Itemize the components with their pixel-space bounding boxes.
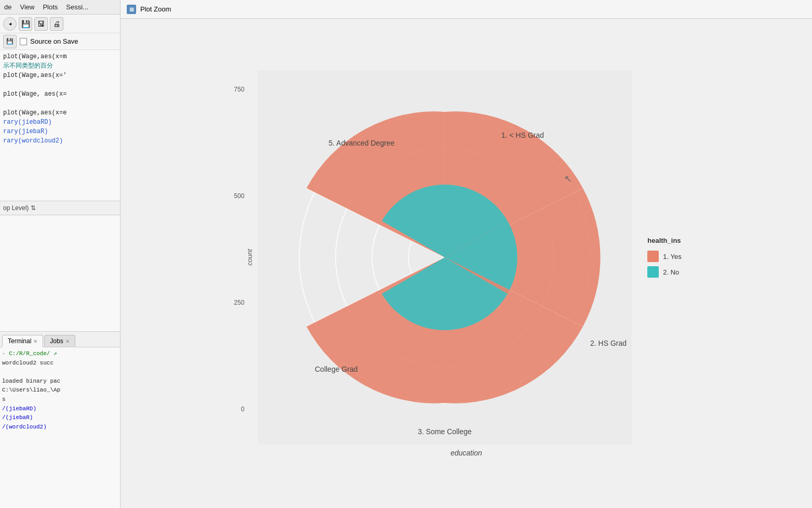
print-button[interactable]: 🖨 xyxy=(50,17,63,31)
svg-text:1. < HS Grad: 1. < HS Grad xyxy=(501,131,544,139)
source-save-btn[interactable]: 💾 xyxy=(3,35,17,48)
svg-text:College Grad: College Grad xyxy=(315,365,358,373)
top-level-label: op Level) ⇅ xyxy=(3,204,36,212)
terminal-content: · C:/R/R_code/ ↗ wordcloud2 succ loaded … xyxy=(0,347,121,434)
y-tick-750: 750 xyxy=(234,86,244,93)
source-on-save-bar: 💾 Source on Save xyxy=(0,33,120,50)
svg-text:3. Some College: 3. Some College xyxy=(418,427,472,436)
term-line-3 xyxy=(2,368,118,377)
y-tick-0: 0 xyxy=(241,406,245,413)
legend-item-yes: 1. Yes xyxy=(647,251,681,262)
source-on-save-label: Source on Save xyxy=(30,37,78,45)
legend-color-no xyxy=(647,266,659,278)
plot-zoom-header: ▦ Plot Zoom xyxy=(121,0,812,19)
tab-terminal-close[interactable]: ✕ xyxy=(33,338,37,344)
term-line-1: · C:/R/R_code/ ↗ xyxy=(2,349,118,359)
svg-text:↖: ↖ xyxy=(564,174,572,184)
code-line-6 xyxy=(1,99,119,108)
y-tick-250: 250 xyxy=(234,299,244,306)
code-line-3: plot(Wage,aes(x=' xyxy=(1,71,119,80)
main-area: ▦ Plot Zoom count 750 500 250 0 xyxy=(121,0,812,508)
tab-jobs[interactable]: Jobs ✕ xyxy=(44,335,75,347)
plot-zoom-icon: ▦ xyxy=(127,5,136,14)
term-line-4: loaded binary pac xyxy=(2,377,118,386)
legend-item-no: 2. No xyxy=(647,266,681,278)
tab-terminal[interactable]: Terminal ✕ xyxy=(2,335,43,347)
save-button[interactable]: 💾 xyxy=(19,17,32,31)
menu-item-view[interactable]: View xyxy=(18,2,36,12)
code-line-5: plot(Wage, aes(x= xyxy=(1,89,119,99)
term-line-9: /(wordcloud2) xyxy=(2,423,118,432)
code-line-4 xyxy=(1,80,119,89)
legend-color-yes xyxy=(647,251,659,262)
menu-item-code[interactable]: de xyxy=(2,2,14,12)
y-axis-label: count xyxy=(246,249,254,266)
save-as-button[interactable]: 🖫 xyxy=(34,17,48,31)
term-line-2: wordcloud2 succ xyxy=(2,359,118,368)
svg-text:2. HS Grad: 2. HS Grad xyxy=(590,339,627,347)
svg-text:5. Advanced Degree: 5. Advanced Degree xyxy=(329,139,395,147)
legend-label-no: 2. No xyxy=(663,268,679,276)
plot-area: count 750 500 250 0 xyxy=(121,19,812,508)
polar-chart: 1. < HS Grad 2. HS Grad 3. Some College … xyxy=(258,70,632,445)
menu-item-session[interactable]: Sessi... xyxy=(64,2,90,12)
term-line-6: s xyxy=(2,395,118,405)
top-level-bar: op Level) ⇅ xyxy=(0,201,120,215)
term-line-5: C:\Users\liao_\Ap xyxy=(2,386,118,395)
code-line-10: rary(wordcloud2) xyxy=(1,136,119,146)
tab-bar: Terminal ✕ Jobs ✕ xyxy=(0,332,121,347)
editor-toolbar: ◂ 💾 🖫 🖨 xyxy=(0,15,120,33)
legend-label-yes: 1. Yes xyxy=(663,253,681,260)
term-line-8: /(jiebaR) xyxy=(2,413,118,423)
code-line-7: plot(Wage,aes(x=e xyxy=(1,108,119,118)
source-on-save-checkbox[interactable] xyxy=(20,38,27,45)
legend-title: health_ins xyxy=(647,237,681,244)
term-line-7: /(jiebaRD) xyxy=(2,405,118,414)
bottom-panel: Terminal ✕ Jobs ✕ · C:/R/R_code/ ↗ wordc… xyxy=(0,331,121,508)
tab-jobs-close[interactable]: ✕ xyxy=(65,338,70,344)
code-line-9: rary(jiebaR) xyxy=(1,127,119,136)
code-editor[interactable]: plot(Wage,aes(x=m 示不同类型的百分 plot(Wage,aes… xyxy=(0,50,120,201)
code-line-2: 示不同类型的百分 xyxy=(1,61,119,71)
menu-bar: de View Plots Sessi... xyxy=(0,0,120,15)
back-button[interactable]: ◂ xyxy=(3,17,17,31)
x-axis-label: education xyxy=(450,449,482,457)
chart-legend: health_ins 1. Yes 2. No xyxy=(642,231,686,283)
tab-terminal-label: Terminal xyxy=(8,337,31,345)
y-tick-500: 500 xyxy=(234,192,244,200)
plot-zoom-title: Plot Zoom xyxy=(140,5,171,13)
menu-item-plots[interactable]: Plots xyxy=(41,2,60,12)
code-line-1: plot(Wage,aes(x=m xyxy=(1,52,119,61)
tab-jobs-label: Jobs xyxy=(50,337,63,345)
chart-container: count 750 500 250 0 xyxy=(246,70,686,445)
left-panel: de View Plots Sessi... ◂ 💾 🖫 🖨 💾 Source … xyxy=(0,0,121,508)
code-line-8: rary(jiebaRD) xyxy=(1,118,119,127)
